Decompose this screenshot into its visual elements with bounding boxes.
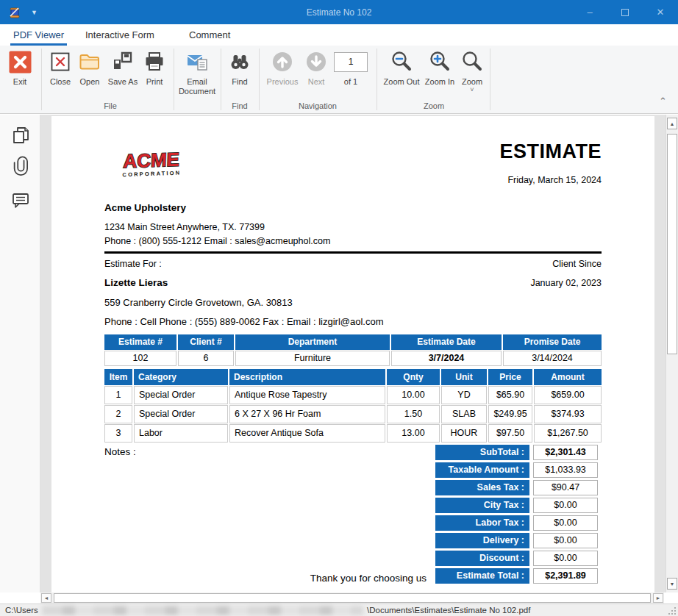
group-label-zoom: Zoom	[379, 101, 488, 110]
separator	[377, 49, 377, 110]
save-as-button[interactable]: Save As	[104, 49, 141, 87]
subtotal-value: $2,301.43	[533, 445, 598, 460]
zoom-icon	[457, 49, 487, 74]
city-tax-value: $0.00	[533, 498, 598, 513]
chevron-down-icon: ˅	[457, 87, 487, 93]
client-since-date: January 02, 2023	[530, 278, 602, 288]
total-row: City Tax : $0.00	[435, 498, 602, 513]
exit-button[interactable]: Exit	[3, 49, 37, 87]
vertical-scrollbar[interactable]: ▲ ▼	[665, 115, 678, 592]
print-button[interactable]: Print	[140, 49, 169, 87]
pdf-page: ACME CORPORATION ESTIMATE Friday, March …	[51, 116, 654, 592]
labor-tax-value: $0.00	[533, 515, 598, 531]
app-window: ▼ Estimate No 102 – ✕ PDF Viewer Interac…	[0, 0, 678, 616]
email-document-icon	[176, 49, 218, 74]
company-contact: Phone : (800) 555-1212 Email : sales@acm…	[104, 236, 330, 246]
page-thumbnails-icon[interactable]	[10, 125, 31, 146]
client-name: Lizette Lieras	[104, 277, 168, 288]
column-header: Estimate Date	[391, 334, 502, 350]
group-label-find: Find	[222, 101, 257, 110]
comments-icon[interactable]	[10, 190, 31, 210]
close-document-icon	[44, 49, 76, 74]
client-number: 6	[178, 351, 234, 366]
page-number-input[interactable]	[334, 52, 368, 72]
total-row: Labor Tax : $0.00	[435, 515, 602, 531]
previous-page-button[interactable]: Previous	[263, 49, 301, 87]
separator	[221, 49, 221, 110]
totals-table: SubTotal : $2,301.43 Taxable Amount : $1…	[435, 445, 602, 586]
previous-icon	[263, 49, 301, 74]
client-address: 559 Cranberry Circle Grovetown, GA. 3081…	[104, 297, 293, 308]
resize-grip[interactable]	[668, 607, 676, 615]
horizontal-scroll-thumb[interactable]	[54, 593, 651, 603]
vertical-scroll-thumb[interactable]	[667, 134, 677, 354]
client-since-label: Client Since	[552, 259, 602, 269]
close-window-button[interactable]: ✕	[643, 0, 678, 24]
column-header: Category	[134, 369, 228, 385]
binoculars-icon	[224, 49, 256, 74]
zoom-in-button[interactable]: Zoom In	[422, 49, 457, 87]
print-icon	[140, 49, 169, 74]
zoom-dropdown-button[interactable]: Zoom ˅	[457, 49, 487, 93]
next-icon	[301, 49, 331, 74]
estimate-date: 3/7/2024	[391, 351, 502, 366]
discount-value: $0.00	[533, 551, 598, 566]
estimate-total-value: $2,391.89	[533, 568, 598, 584]
zoom-out-icon	[381, 49, 422, 74]
estimate-heading: ESTIMATE	[500, 140, 602, 163]
department: Furniture	[235, 351, 390, 366]
email-document-button[interactable]: EmailDocument	[176, 49, 218, 96]
next-page-button[interactable]: Next	[301, 49, 331, 87]
notes-label: Notes :	[104, 446, 136, 457]
zoom-out-button[interactable]: Zoom Out	[381, 49, 422, 87]
find-button[interactable]: Find	[224, 49, 256, 87]
total-row: Taxable Amount : $1,033.93	[435, 462, 602, 478]
tab-pdf-viewer[interactable]: PDF Viewer	[10, 24, 67, 46]
scroll-down-button[interactable]: ▼	[667, 578, 677, 590]
total-row: Delivery : $0.00	[435, 533, 602, 548]
scroll-left-button[interactable]: ◄	[41, 593, 51, 603]
scroll-up-button[interactable]: ▲	[667, 118, 677, 129]
column-header: Amount	[534, 369, 602, 385]
column-header: Client #	[178, 334, 234, 350]
column-header: Item	[104, 369, 132, 385]
column-header: Department	[235, 334, 390, 350]
tab-comment[interactable]: Comment	[186, 24, 233, 46]
column-header: Promise Date	[503, 334, 602, 350]
promise-date: 3/14/2024	[503, 351, 602, 366]
total-row: SubTotal : $2,301.43	[435, 445, 602, 460]
estimate-info-table: Estimate # Client # Department Estimate …	[104, 334, 602, 366]
total-row: Sales Tax : $90.47	[435, 480, 602, 495]
separator	[490, 49, 490, 110]
column-header: Unit	[441, 369, 487, 385]
group-label-navigation: Navigation	[262, 101, 374, 110]
table-row: 2 Special Order 6 X 27 X 96 Hr Foam 1.50…	[104, 405, 602, 423]
estimate-number: 102	[104, 351, 176, 366]
minimize-button[interactable]: –	[572, 0, 607, 24]
table-row: 3 Labor Recover Antique Sofa 13.00 HOUR …	[104, 424, 602, 443]
column-header: Qnty	[387, 369, 440, 385]
total-row: Discount : $0.00	[435, 551, 602, 566]
maximize-button[interactable]	[607, 0, 643, 24]
zoom-in-icon	[422, 49, 457, 74]
close-document-button[interactable]: Close	[44, 49, 76, 87]
page-count-label: of 1	[332, 77, 369, 87]
thank-you-text: Thank you for choosing us	[257, 573, 427, 584]
file-path: \Documents\Estimates\Estimate No 102.pdf	[367, 606, 530, 615]
table-row: 1 Special Order Antique Rose Tapestry 10…	[104, 386, 602, 404]
maximize-icon	[621, 9, 629, 16]
navigation-pane	[0, 115, 40, 592]
column-header: Price	[488, 369, 532, 385]
open-folder-icon	[75, 49, 104, 74]
attachments-icon[interactable]	[10, 156, 31, 176]
collapse-ribbon-icon[interactable]: ⌃	[659, 96, 667, 107]
total-row: Estimate Total : $2,391.89	[435, 568, 602, 584]
delivery-value: $0.00	[533, 533, 598, 548]
company-address: 1234 Main Street Anywhere, TX. 77399	[104, 222, 265, 232]
scroll-right-button[interactable]: ►	[653, 593, 663, 603]
tab-interactive-form[interactable]: Interactive Form	[82, 24, 157, 46]
horizontal-scrollbar[interactable]: ◄ ►	[40, 592, 664, 604]
open-button[interactable]: Open	[75, 49, 104, 87]
ribbon-toolbar: Exit Close Open	[0, 46, 678, 114]
separator	[259, 49, 260, 110]
